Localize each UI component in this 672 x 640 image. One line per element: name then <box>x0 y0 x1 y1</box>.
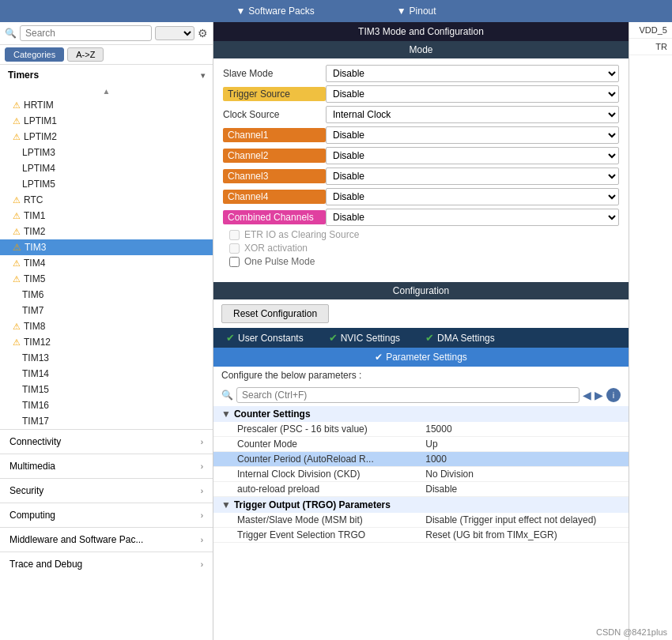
timer-item-label: TIM8 <box>24 321 45 332</box>
timer-item-label: LPTIM2 <box>24 131 57 142</box>
timer-item-lptim5[interactable]: LPTIM5 <box>0 176 213 192</box>
form-row-channel1: Channel1Disable <box>223 126 619 144</box>
warn-icon: ⚠ <box>13 337 21 348</box>
mode-header: Mode <box>213 41 629 58</box>
timer-item-tim17[interactable]: TIM17 <box>0 413 213 429</box>
warn-icon: ⚠ <box>13 132 21 142</box>
form-select-slave-mode[interactable]: Disable <box>326 65 619 82</box>
sidebar-section-trace-and-debug[interactable]: Trace and Debug › <box>0 552 213 576</box>
categories-tab[interactable]: Categories <box>5 47 64 62</box>
software-packs-tab[interactable]: ▼ Software Packs <box>226 4 323 18</box>
timer-item-tim7[interactable]: TIM7 <box>0 303 213 318</box>
params-group-trigger-output-(trgo)-parameters[interactable]: ▼Trigger Output (TRGO) Parameters <box>213 497 629 514</box>
timer-item-rtc[interactable]: ⚠RTC <box>0 192 213 208</box>
sidebar-section-connectivity[interactable]: Connectivity › <box>0 430 213 454</box>
timer-items: ⚠HRTIM⚠LPTIM1⚠LPTIM2LPTIM3LPTIM4LPTIM5⚠R… <box>0 97 213 429</box>
form-select-channel2[interactable]: Disable <box>326 147 619 164</box>
sidebar-section-middleware-and-software-pac...[interactable]: Middleware and Software Pac... › <box>0 528 213 552</box>
form-select-trigger-source[interactable]: Disable <box>326 85 619 103</box>
checkbox-xor-activation <box>229 243 240 254</box>
sidebar-section-computing[interactable]: Computing › <box>0 503 213 527</box>
timer-item-tim13[interactable]: TIM13 <box>0 350 213 366</box>
form-select-channel1[interactable]: Disable <box>326 126 619 144</box>
timer-item-tim4[interactable]: ⚠TIM4 <box>0 255 213 271</box>
timer-item-tim16[interactable]: TIM16 <box>0 397 213 413</box>
tab-label: DMA Settings <box>437 333 495 344</box>
warn-icon: ⚠ <box>13 227 21 237</box>
param-row-trigger-event-selection-trgo: Trigger Event Selection TRGOReset (UG bi… <box>213 528 629 543</box>
timer-item-label: TIM16 <box>22 400 49 411</box>
param-value: No Division <box>402 467 629 482</box>
timers-category[interactable]: Timers ▾ <box>0 65 213 85</box>
next-nav-icon[interactable]: ▶ <box>595 389 603 401</box>
section-chevron: › <box>201 438 203 446</box>
section-label: Security <box>9 485 43 496</box>
collapse-icon: ▼ <box>221 408 231 420</box>
param-label: Counter Mode <box>213 437 402 452</box>
config-tab-nvic-settings[interactable]: ✔NVIC Settings <box>316 328 413 348</box>
timer-item-label: TIM7 <box>22 305 43 316</box>
param-label: auto-reload preload <box>213 482 402 497</box>
timer-item-tim14[interactable]: TIM14 <box>0 366 213 382</box>
timer-item-hrtim[interactable]: ⚠HRTIM <box>0 97 213 113</box>
checkbox-label: One Pulse Mode <box>244 256 315 267</box>
timer-item-tim1[interactable]: ⚠TIM1 <box>0 208 213 224</box>
section-label: Computing <box>9 510 55 521</box>
params-table: ▼Counter SettingsPrescaler (PSC - 16 bit… <box>213 406 629 543</box>
form-select-combined-channels[interactable]: Disable <box>326 209 619 226</box>
timer-item-lptim3[interactable]: LPTIM3 <box>0 145 213 160</box>
section-chevron: › <box>201 487 203 495</box>
pinout-tab[interactable]: ▼ Pinout <box>387 4 446 18</box>
atoz-tab[interactable]: A->Z <box>67 47 104 62</box>
info-icon[interactable]: i <box>606 388 621 402</box>
timer-item-label: HRTIM <box>24 100 54 111</box>
pinout-icon: ▼ <box>397 6 406 17</box>
search-dropdown[interactable] <box>155 26 194 40</box>
timer-item-lptim1[interactable]: ⚠LPTIM1 <box>0 113 213 129</box>
timer-item-tim8[interactable]: ⚠TIM8 <box>0 318 213 334</box>
config-tab-user-constants[interactable]: ✔User Constants <box>213 328 316 348</box>
form-select-clock-source[interactable]: Internal Clock <box>326 106 619 123</box>
group-name: Counter Settings <box>234 408 311 420</box>
timer-item-tim3[interactable]: ⚠TIM3 <box>0 239 213 255</box>
timer-item-tim6[interactable]: TIM6 <box>0 287 213 303</box>
timer-item-label: TIM14 <box>22 368 49 379</box>
right-panel: TIM3 Mode and Configuration Mode Slave M… <box>213 22 629 640</box>
param-tab-check: ✔ <box>375 352 383 363</box>
tab-bar: Categories A->Z <box>0 45 213 65</box>
prev-nav-icon[interactable]: ◀ <box>583 389 591 401</box>
form-row-channel3: Channel3Disable <box>223 168 619 185</box>
checkbox-one-pulse-mode[interactable] <box>229 257 240 267</box>
gear-icon[interactable]: ⚙ <box>198 27 208 40</box>
form-select-channel4[interactable]: Disable <box>326 188 619 205</box>
timer-item-label: TIM17 <box>22 416 49 427</box>
sidebar-content: Timers ▾ ▲ ⚠HRTIM⚠LPTIM1⚠LPTIM2LPTIM3LPT… <box>0 65 213 640</box>
timer-item-label: TIM6 <box>22 289 43 300</box>
param-label: Trigger Event Selection TRGO <box>213 528 402 543</box>
timer-item-lptim2[interactable]: ⚠LPTIM2 <box>0 129 213 145</box>
configure-label: Configure the below parameters : <box>213 367 629 384</box>
vdd-label: VDD_5 <box>629 22 672 39</box>
params-group-counter-settings[interactable]: ▼Counter Settings <box>213 406 629 422</box>
form-label: Channel3 <box>223 169 326 183</box>
reset-area: Reset Configuration <box>213 299 629 328</box>
top-bar: ▼ Software Packs ▼ Pinout <box>0 0 672 22</box>
config-tab-dma-settings[interactable]: ✔DMA Settings <box>413 328 508 348</box>
sidebar-section-multimedia[interactable]: Multimedia › <box>0 454 213 478</box>
timer-item-tim5[interactable]: ⚠TIM5 <box>0 271 213 287</box>
timer-item-lptim4[interactable]: LPTIM4 <box>0 160 213 176</box>
timer-item-tim12[interactable]: ⚠TIM12 <box>0 334 213 350</box>
timer-item-tim2[interactable]: ⚠TIM2 <box>0 224 213 239</box>
search-input[interactable] <box>20 25 152 41</box>
timer-item-label: TIM2 <box>24 226 45 237</box>
config-area: Mode Slave ModeDisableTrigger SourceDisa… <box>213 41 629 640</box>
reset-config-button[interactable]: Reset Configuration <box>221 304 329 323</box>
checkbox-row-xor-activation: XOR activation <box>223 243 619 254</box>
form-select-channel3[interactable]: Disable <box>326 168 619 185</box>
search-params-input[interactable] <box>236 387 580 403</box>
parameter-settings-tab[interactable]: ✔ Parameter Settings <box>213 348 629 367</box>
timer-item-label: LPTIM3 <box>22 147 55 158</box>
param-row-auto-reload-preload: auto-reload preloadDisable <box>213 482 629 497</box>
sidebar-section-security[interactable]: Security › <box>0 479 213 503</box>
timer-item-tim15[interactable]: TIM15 <box>0 382 213 397</box>
